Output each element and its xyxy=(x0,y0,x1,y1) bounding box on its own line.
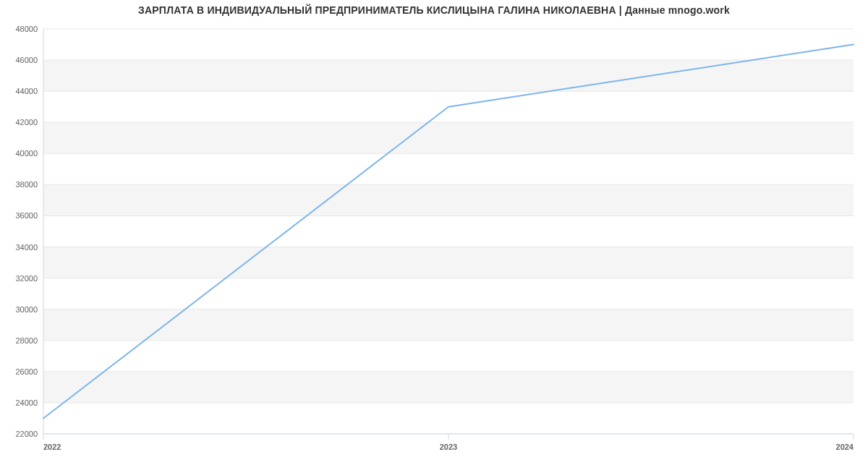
y-tick-label: 46000 xyxy=(15,56,38,64)
x-tick-label: 2022 xyxy=(43,443,61,451)
y-tick-label: 28000 xyxy=(15,336,38,345)
y-tick-label: 26000 xyxy=(15,367,38,376)
grid-band xyxy=(43,184,854,215)
series-line xyxy=(43,45,854,419)
y-tick-label: 44000 xyxy=(15,87,38,95)
y-tick-label: 34000 xyxy=(15,243,38,252)
y-tick-label: 24000 xyxy=(15,398,38,407)
y-tick-label: 48000 xyxy=(15,25,38,33)
chart-title: ЗАРПЛАТА В ИНДИВИДУАЛЬНЫЙ ПРЕДПРИНИМАТЕЛ… xyxy=(0,4,868,16)
grid-band xyxy=(43,372,854,403)
grid-band xyxy=(43,247,854,278)
chart-svg: 2200024000260002800030000320003400036000… xyxy=(0,0,868,470)
y-tick-label: 32000 xyxy=(15,274,38,283)
grid-band xyxy=(43,122,854,153)
y-tick-label: 30000 xyxy=(15,305,38,314)
y-tick-label: 38000 xyxy=(15,180,38,189)
y-tick-label: 40000 xyxy=(15,149,38,158)
x-tick-label: 2024 xyxy=(836,443,854,451)
y-tick-label: 36000 xyxy=(15,211,38,220)
chart-container: ЗАРПЛАТА В ИНДИВИДУАЛЬНЫЙ ПРЕДПРИНИМАТЕЛ… xyxy=(0,0,868,470)
y-tick-label: 22000 xyxy=(15,430,38,438)
x-tick-label: 2023 xyxy=(440,443,457,451)
grid-band xyxy=(43,60,854,91)
y-tick-label: 42000 xyxy=(15,118,38,127)
